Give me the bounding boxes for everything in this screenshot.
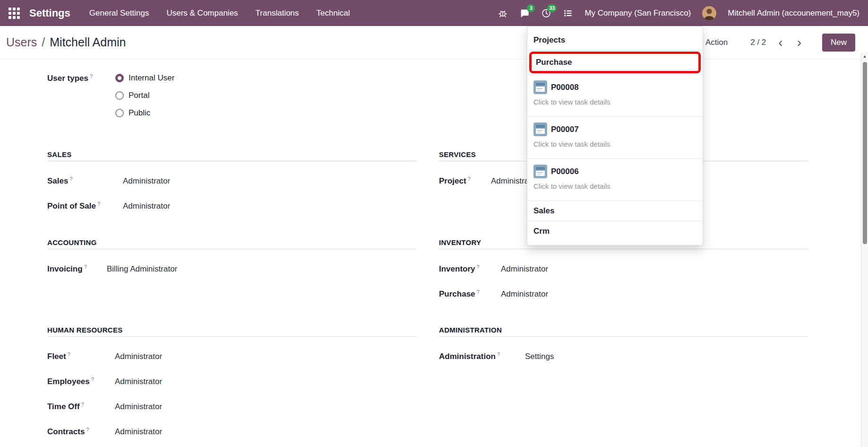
menu-technical[interactable]: Technical bbox=[317, 9, 350, 18]
section-accounting: ACCOUNTING Invoicing? Billing Administra… bbox=[47, 238, 417, 281]
help-icon[interactable]: ? bbox=[97, 201, 100, 207]
bug-icon[interactable] bbox=[498, 8, 508, 18]
dropdown-item-crm[interactable]: Crm bbox=[527, 221, 703, 241]
section-title: ADMINISTRATION bbox=[439, 325, 808, 337]
menu-users-companies[interactable]: Users & Companies bbox=[166, 9, 238, 18]
pager-value: 2 / 2 bbox=[750, 38, 766, 47]
field-value[interactable]: Administrator bbox=[115, 402, 162, 412]
section-administration: ADMINISTRATION Administration? Settings bbox=[439, 325, 808, 369]
field-value[interactable]: Administrator bbox=[115, 427, 162, 437]
dropdown-item-purchase[interactable]: Purchase bbox=[529, 52, 701, 73]
field-label: Point of Sale bbox=[47, 202, 96, 210]
user-types-label: User types bbox=[47, 74, 88, 83]
section-title: HUMAN RESOURCES bbox=[47, 325, 417, 337]
breadcrumb: Users / Mitchell Admin bbox=[6, 35, 126, 49]
messages-icon[interactable]: 3 bbox=[519, 8, 530, 18]
field-value[interactable]: Administrator bbox=[123, 176, 170, 186]
company-switcher[interactable]: My Company (San Francisco) bbox=[584, 9, 691, 18]
pager-previous-button[interactable]: ‹ bbox=[776, 36, 784, 49]
user-types-group: User types? Internal User Portal Public bbox=[47, 69, 174, 122]
field-value[interactable]: Administrator bbox=[501, 289, 548, 299]
radio-portal[interactable]: Portal bbox=[115, 87, 174, 104]
field-label: Inventory bbox=[439, 264, 475, 273]
help-icon[interactable]: ? bbox=[497, 351, 500, 357]
section-sales: SALES Sales? Administrator Point of Sale… bbox=[47, 150, 417, 219]
section-title: SALES bbox=[47, 150, 417, 161]
help-icon[interactable]: ? bbox=[84, 264, 87, 270]
field-label: Sales bbox=[47, 176, 68, 185]
user-form: User types? Internal User Portal Public … bbox=[0, 59, 868, 447]
dropdown-item-sales[interactable]: Sales bbox=[527, 201, 703, 221]
field-label: Time Off bbox=[47, 402, 80, 411]
help-icon[interactable]: ? bbox=[68, 351, 70, 357]
task-sublabel: Click to view task details bbox=[533, 140, 696, 158]
action-label: Action bbox=[705, 38, 728, 47]
dropdown-item-projects[interactable]: Projects bbox=[527, 30, 703, 50]
radio-label: Public bbox=[129, 108, 150, 118]
messages-badge: 3 bbox=[527, 4, 535, 12]
apps-grid-icon[interactable] bbox=[9, 8, 20, 19]
breadcrumb-users-link[interactable]: Users bbox=[6, 35, 37, 49]
radio-internal-user[interactable]: Internal User bbox=[115, 69, 174, 87]
dropdown-task-p00008[interactable]: P00008 Click to view task details bbox=[527, 75, 703, 116]
activities-clock-icon[interactable]: 33 bbox=[541, 8, 551, 18]
top-navbar: Settings General Settings Users & Compan… bbox=[0, 0, 868, 26]
app-name[interactable]: Settings bbox=[29, 7, 70, 19]
list-menu-icon[interactable] bbox=[563, 8, 573, 18]
radio-public[interactable]: Public bbox=[115, 104, 174, 122]
task-label: P00007 bbox=[551, 125, 579, 134]
user-avatar[interactable] bbox=[702, 6, 716, 20]
help-icon[interactable]: ? bbox=[468, 176, 471, 182]
field-label: Employees bbox=[47, 377, 90, 386]
dropdown-task-p00007[interactable]: P00007 Click to view task details bbox=[527, 117, 703, 158]
scroll-up-icon[interactable]: ▲ bbox=[861, 53, 868, 60]
field-row-administration: Administration? Settings bbox=[439, 344, 808, 369]
field-value[interactable]: Administrator bbox=[123, 202, 170, 211]
field-value[interactable]: Settings bbox=[525, 352, 554, 361]
field-label: Contracts bbox=[47, 427, 85, 436]
field-row-fleet: Fleet? Administrator bbox=[47, 344, 417, 369]
context-dropdown-menu: Projects Purchase P00008 Click to view t… bbox=[527, 26, 703, 245]
field-row-purchase: Purchase? Administrator bbox=[439, 281, 808, 307]
breadcrumb-current: Mitchell Admin bbox=[50, 35, 126, 49]
help-icon[interactable]: ? bbox=[91, 377, 94, 382]
radio-label: Internal User bbox=[129, 73, 174, 83]
help-icon[interactable]: ? bbox=[86, 427, 89, 432]
field-label: Purchase bbox=[439, 289, 475, 298]
section-inventory: INVENTORY Inventory? Administrator Purch… bbox=[439, 238, 808, 307]
activities-badge: 33 bbox=[547, 4, 557, 12]
dropdown-task-p00006[interactable]: P00006 Click to view task details bbox=[527, 159, 703, 201]
field-label: Administration bbox=[439, 352, 496, 361]
field-label: Project bbox=[439, 176, 466, 185]
field-row-employees: Employees? Administrator bbox=[47, 369, 417, 394]
new-button[interactable]: New bbox=[822, 34, 855, 52]
task-card-icon bbox=[533, 123, 547, 136]
field-value[interactable]: Administrator bbox=[115, 377, 162, 386]
systray: 3 33 My Company (San Francisco) Mitchell… bbox=[498, 6, 859, 20]
help-icon[interactable]: ? bbox=[477, 264, 480, 270]
field-row-invoicing: Invoicing? Billing Administrator bbox=[47, 256, 417, 281]
task-sublabel: Click to view task details bbox=[533, 98, 696, 115]
field-value[interactable]: Billing Administrator bbox=[107, 264, 177, 274]
breadcrumb-separator: / bbox=[42, 35, 45, 49]
main-menu: General Settings Users & Companies Trans… bbox=[89, 9, 350, 18]
field-value[interactable]: Administrator bbox=[501, 264, 548, 274]
field-row-sales: Sales? Administrator bbox=[47, 168, 417, 193]
pager-next-button[interactable]: › bbox=[795, 36, 803, 49]
chevron-right-icon: › bbox=[797, 35, 801, 50]
help-icon[interactable]: ? bbox=[81, 402, 84, 407]
section-human-resources: HUMAN RESOURCES Fleet? Administrator Emp… bbox=[47, 325, 417, 444]
radio-icon bbox=[115, 109, 124, 117]
field-value[interactable]: Administrator bbox=[115, 352, 162, 361]
control-panel-right: ⚙ Action 2 / 2 ‹ › New bbox=[694, 34, 855, 52]
scrollbar-thumb[interactable] bbox=[863, 62, 867, 244]
task-label: P00006 bbox=[551, 167, 579, 176]
menu-translations[interactable]: Translations bbox=[256, 9, 299, 18]
task-card-icon bbox=[533, 165, 547, 178]
vertical-scrollbar[interactable]: ▲ bbox=[861, 53, 868, 447]
help-icon[interactable]: ? bbox=[477, 289, 480, 295]
menu-general-settings[interactable]: General Settings bbox=[89, 9, 149, 18]
help-icon[interactable]: ? bbox=[69, 176, 72, 182]
help-icon[interactable]: ? bbox=[90, 73, 93, 79]
user-menu[interactable]: Mitchell Admin (accounement_may5) bbox=[728, 9, 859, 18]
